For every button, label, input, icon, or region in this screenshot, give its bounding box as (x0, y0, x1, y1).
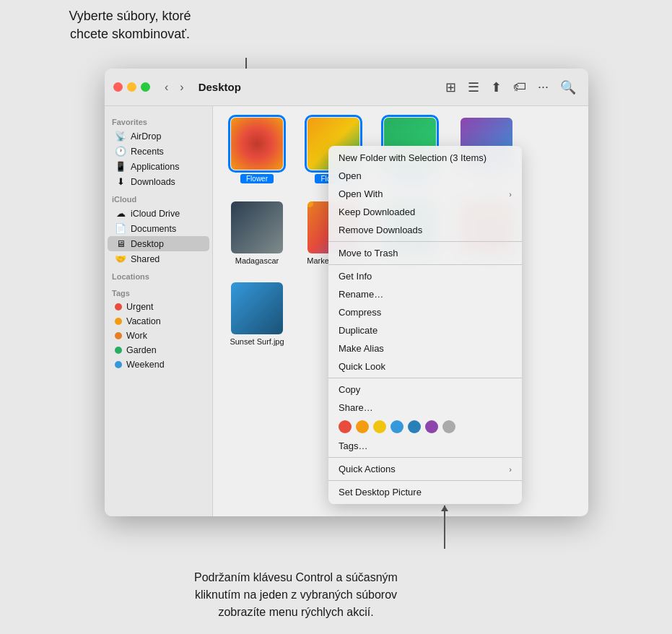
menu-separator-3 (328, 378, 522, 378)
tag-gray[interactable] (442, 420, 455, 433)
sidebar-item-label: Work (126, 331, 147, 341)
chevron-right-icon-qa: › (509, 465, 512, 474)
context-menu: New Folder with Selection (3 Items) Open… (328, 146, 522, 504)
close-button[interactable] (113, 82, 123, 92)
sidebar-item-airdrop[interactable]: 📡 AirDrop (108, 129, 209, 144)
sidebar: Favorites 📡 AirDrop 🕐 Recents 📱 Applicat… (105, 106, 213, 516)
sidebar-item-desktop[interactable]: 🖥 Desktop (108, 236, 209, 251)
documents-icon: 📄 (115, 223, 126, 234)
vacation-dot (115, 318, 122, 325)
menu-remove-downloads[interactable]: Remove Downloads (328, 221, 522, 239)
toolbar-right: ⊞ ☰ ⬆ 🏷 ··· 🔍 (442, 78, 580, 97)
menu-compress[interactable]: Compress (328, 303, 522, 321)
menu-rename[interactable]: Rename… (328, 285, 522, 303)
sidebar-item-garden[interactable]: Garden (108, 343, 209, 357)
file-item-flower[interactable]: Flower (224, 118, 289, 190)
tag-toolbar-button[interactable]: 🏷 (510, 78, 530, 96)
back-button[interactable]: ‹ (162, 79, 171, 95)
menu-new-folder[interactable]: New Folder with Selection (3 Items) (328, 149, 522, 167)
shared-icon: 🤝 (115, 253, 126, 264)
sidebar-item-label: Desktop (131, 239, 164, 249)
menu-quick-actions[interactable]: Quick Actions › ↺ Rotate Left P Create P (328, 460, 522, 478)
sidebar-item-label: Applications (131, 162, 179, 172)
tag-darkblue[interactable] (408, 420, 421, 433)
file-label-madagascar: Madagascar (235, 256, 279, 265)
sidebar-item-work[interactable]: Work (108, 329, 209, 343)
sidebar-item-documents[interactable]: 📄 Documents (108, 221, 209, 236)
menu-separator-5 (328, 480, 522, 481)
menu-keep-downloaded[interactable]: Keep Downloaded (328, 203, 522, 221)
menu-separator-2 (328, 264, 522, 265)
menu-separator-1 (328, 241, 522, 242)
icloud-label: iCloud (105, 189, 212, 206)
sidebar-item-vacation[interactable]: Vacation (108, 314, 209, 329)
minimize-button[interactable] (127, 82, 136, 92)
sidebar-item-label: Urgent (126, 302, 154, 312)
menu-share[interactable]: Share… (328, 399, 522, 417)
sidebar-item-urgent[interactable]: Urgent (108, 300, 209, 314)
menu-get-info[interactable]: Get Info (328, 267, 522, 285)
weekend-dot (115, 361, 122, 368)
sidebar-item-label: AirDrop (131, 131, 161, 142)
file-thumb-sunset (231, 282, 283, 334)
sidebar-item-applications[interactable]: 📱 Applications (108, 159, 209, 174)
tag-blue[interactable] (390, 420, 403, 433)
file-item-sunset[interactable]: Sunset Surf.jpg (224, 282, 289, 346)
tag-yellow[interactable] (373, 420, 386, 433)
sidebar-item-label: Weekend (126, 360, 165, 370)
icloud-icon: ☁ (115, 208, 126, 219)
sidebar-item-shared[interactable]: 🤝 Shared (108, 251, 209, 266)
tag-red[interactable] (339, 420, 352, 433)
menu-quick-look[interactable]: Quick Look (328, 357, 522, 375)
sidebar-item-label: Shared (131, 254, 160, 264)
arrow-bottom (444, 505, 445, 549)
menu-make-alias[interactable]: Make Alias (328, 339, 522, 357)
sidebar-item-label: Garden (126, 345, 157, 355)
airdrop-icon: 📡 (115, 131, 126, 142)
share-toolbar-button[interactable]: ⬆ (487, 78, 505, 97)
sidebar-item-label: Documents (131, 224, 176, 234)
sidebar-item-downloads[interactable]: ⬇ Downloads (108, 174, 209, 189)
file-item-madagascar[interactable]: Madagascar (224, 201, 289, 265)
title-bar: ‹ › Desktop ⊞ ☰ ⬆ 🏷 ··· 🔍 (105, 69, 588, 106)
garden-dot (115, 347, 122, 354)
sidebar-item-icloud-drive[interactable]: ☁ iCloud Drive (108, 206, 209, 221)
search-toolbar-button[interactable]: 🔍 (557, 78, 580, 97)
sidebar-item-weekend[interactable]: Weekend (108, 357, 209, 372)
menu-duplicate[interactable]: Duplicate (328, 321, 522, 339)
tags-label: Tags (105, 283, 212, 300)
urgent-dot (115, 303, 122, 311)
annotation-top: Vyberte súbory, ktoré chcete skombinovať… (29, 7, 231, 43)
menu-open-with[interactable]: Open With › (328, 185, 522, 203)
sidebar-item-recents[interactable]: 🕐 Recents (108, 144, 209, 159)
menu-copy[interactable]: Copy (328, 381, 522, 399)
menu-move-trash[interactable]: Move to Trash (328, 244, 522, 262)
locations-label: Locations (105, 266, 212, 283)
window-body: Favorites 📡 AirDrop 🕐 Recents 📱 Applicat… (105, 106, 588, 516)
sidebar-item-label: Downloads (131, 177, 175, 187)
annotation-bottom: Podržaním klávesu Control a súčasným kli… (115, 569, 476, 621)
downloads-icon: ⬇ (115, 176, 126, 187)
maximize-button[interactable] (141, 82, 150, 92)
work-dot (115, 332, 122, 339)
traffic-lights (113, 82, 150, 92)
menu-separator-4 (328, 457, 522, 458)
menu-tags[interactable]: Tags… (328, 437, 522, 455)
main-content: Flower Flowers Gard… (213, 106, 588, 516)
menu-open[interactable]: Open (328, 167, 522, 185)
view-list-button[interactable]: ☰ (464, 78, 483, 97)
tag-orange[interactable] (356, 420, 369, 433)
menu-set-desktop-picture[interactable]: Set Desktop Picture (328, 483, 522, 501)
file-thumb-madagascar (231, 201, 283, 253)
orange-dot (307, 201, 313, 207)
tag-purple[interactable] (425, 420, 438, 433)
view-grid-button[interactable]: ⊞ (442, 78, 460, 97)
more-toolbar-button[interactable]: ··· (534, 78, 552, 96)
window-title: Desktop (198, 81, 241, 93)
recents-icon: 🕐 (115, 146, 126, 157)
forward-button[interactable]: › (177, 79, 186, 95)
chevron-right-icon: › (509, 190, 512, 199)
finder-window: ‹ › Desktop ⊞ ☰ ⬆ 🏷 ··· 🔍 Favorites 📡 Ai… (105, 69, 588, 516)
tags-color-row (328, 417, 522, 437)
file-label-sunset: Sunset Surf.jpg (230, 337, 284, 346)
